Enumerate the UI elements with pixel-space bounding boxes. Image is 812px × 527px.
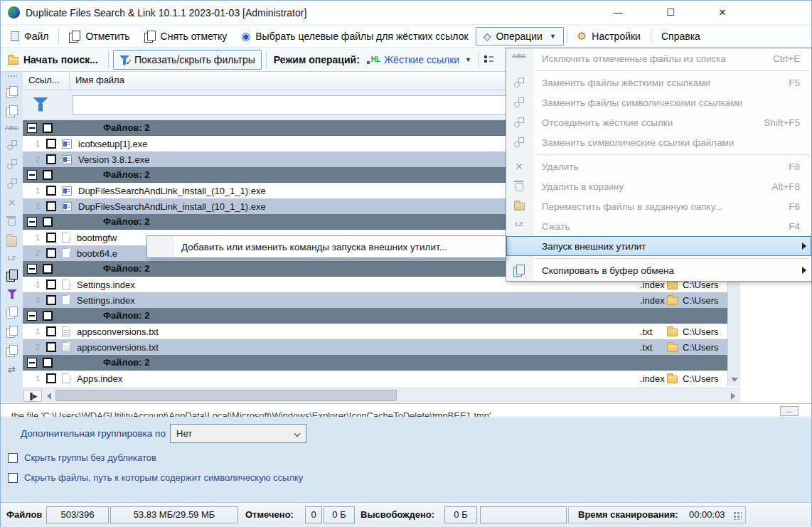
group-header[interactable]: Файлов: 2 [23, 355, 727, 371]
status-spacer [480, 506, 567, 523]
menu-mark[interactable]: ✓ Отметить [62, 27, 137, 46]
remove-group-icon[interactable]: − [6, 105, 18, 117]
menu-settings[interactable]: ⚙ Настройки [570, 27, 648, 46]
group-header[interactable]: Файлов: 2 [23, 308, 727, 324]
scroll-down-icon[interactable] [731, 378, 738, 382]
group-checkbox[interactable] [43, 217, 53, 227]
marked-size: 0 Б [324, 506, 355, 523]
files-count: 503/396 [46, 506, 109, 523]
files-size: 53.83 МБ/29.59 МБ [110, 506, 238, 523]
hide-symlink-files-checkbox[interactable]: Скрыть файлы, путь к которым содержит си… [8, 472, 303, 483]
row-checkbox[interactable] [46, 201, 56, 211]
row-checkbox[interactable] [46, 326, 56, 336]
menu-item-detach-hardlinks: Отсоединить жёсткие ссылки Shift+F5 [506, 112, 811, 132]
stack-b-icon[interactable] [6, 326, 18, 337]
recycle-bin-icon[interactable] [8, 218, 16, 226]
menu-operations[interactable]: ◇ Операции ▼ [476, 27, 564, 46]
checkbox[interactable] [8, 453, 18, 463]
collapse-icon[interactable] [27, 123, 37, 133]
group-stack-icon[interactable] [6, 270, 18, 281]
delete-icon[interactable]: ✕ [8, 197, 16, 208]
stack-c-icon[interactable] [6, 345, 18, 356]
file-icon [11, 31, 19, 41]
collapse-icon[interactable] [27, 264, 37, 274]
menu-file[interactable]: Файл [4, 27, 55, 46]
collapse-icon[interactable] [27, 217, 37, 227]
app-icon [8, 6, 20, 18]
maximize-button[interactable]: ☐ [656, 1, 685, 24]
exe-file-icon [62, 186, 72, 196]
hint-more-button[interactable]: ... [780, 406, 798, 416]
hide-groups-checkbox[interactable]: Скрыть группы без дубликатов [8, 452, 156, 463]
collapse-icon[interactable] [27, 170, 37, 180]
scrollbar-thumb[interactable] [55, 390, 397, 401]
submenu-arrow-icon [802, 267, 806, 274]
row-checkbox[interactable] [46, 233, 56, 243]
stack-a-icon[interactable] [6, 307, 18, 318]
hint-bar: ...the file 'C:\Users\WDAGUtilityAccount… [1, 403, 811, 417]
group-settings-icon[interactable] [484, 55, 493, 65]
folder-icon [667, 376, 678, 383]
menu-help[interactable]: Справка [654, 27, 707, 46]
menu-item-copy-to-clipboard[interactable]: Скопировать в буфер обмена [506, 260, 811, 280]
exe-file-icon [62, 155, 72, 164]
hardlink-icon[interactable] [6, 139, 18, 151]
row-checkbox[interactable] [46, 186, 56, 196]
group-checkbox[interactable] [43, 170, 53, 180]
grouping-select[interactable]: Нет [170, 424, 306, 443]
close-button[interactable]: ✕ [708, 1, 737, 24]
start-search-button[interactable]: Начать поиск... [2, 50, 104, 70]
file-row[interactable]: 1 Apps.index .index C:\Users [23, 371, 727, 386]
filter-funnel-icon[interactable] [33, 97, 48, 112]
menu-select-targets[interactable]: ◉ Выбрать целевые файлы для жёстких ссыл… [234, 27, 475, 46]
filter-purple-icon[interactable] [7, 289, 17, 299]
row-checkbox[interactable] [46, 280, 56, 289]
add-group-icon[interactable]: + [6, 86, 18, 97]
menu-unmark[interactable]: Снять отметку [137, 27, 235, 46]
submenu-item-add-edit-commands[interactable]: Добавить или изменить команды запуска вн… [181, 242, 447, 252]
mode-dropdown[interactable]: HL Жёсткие ссылки ▼ [364, 50, 474, 70]
scroll-left-icon[interactable] [47, 393, 51, 400]
file-row[interactable]: 2 Settings.index .index C:\Users [23, 292, 727, 308]
separator [651, 29, 651, 43]
row-checkbox[interactable] [46, 373, 56, 383]
toggle-filters-button[interactable]: ✓ Показать/скрыть фильтры [113, 50, 262, 70]
unlink-symlink-icon [513, 137, 525, 148]
row-checkbox[interactable] [46, 154, 56, 164]
marked-count: 0 [305, 506, 322, 523]
exclude-marked-icon[interactable]: ABC [5, 124, 19, 132]
scroll-right-icon[interactable] [731, 393, 735, 400]
compress-lz-icon[interactable]: LZ [8, 255, 16, 262]
resize-grip[interactable] [733, 511, 742, 520]
row-checkbox[interactable] [46, 139, 56, 149]
group-checkbox[interactable] [43, 264, 53, 274]
row-checkbox[interactable] [46, 342, 56, 352]
collapse-icon[interactable] [27, 358, 37, 368]
scan-time-label: Время сканирования: [578, 509, 678, 520]
folder-icon [667, 329, 678, 336]
file-row[interactable]: 1 appsconversions.txt .txt C:\Users [23, 324, 727, 339]
menu-item-move-to-folder: Переместить файлы в заданную папку... F6 [506, 196, 811, 216]
horizontal-scrollbar[interactable]: ▐▶ [23, 388, 740, 403]
target-icon: ◉ [241, 30, 250, 43]
scan-time-value: 00:00:03 [689, 509, 725, 520]
splitter-button[interactable]: ▐▶ [23, 390, 42, 402]
symlink-icon[interactable] [6, 159, 18, 170]
swap-boxes-icon[interactable]: ⇄ [8, 364, 16, 375]
group-checkbox[interactable] [43, 123, 53, 133]
collapse-icon[interactable] [27, 311, 37, 321]
freed-label: Высвобождено: [360, 509, 434, 520]
unlink-hardlink-icon[interactable] [6, 178, 18, 189]
column-links[interactable]: Ссыл... [23, 72, 70, 90]
row-checkbox[interactable] [46, 295, 56, 305]
group-checkbox[interactable] [43, 358, 53, 368]
group-checkbox[interactable] [43, 311, 53, 321]
symlink-icon [513, 97, 525, 108]
file-row[interactable]: 2 appsconversions.txt .txt C:\Users [23, 339, 727, 355]
row-checkbox[interactable] [46, 248, 56, 258]
drag-handle[interactable] [7, 75, 17, 78]
checkbox[interactable] [8, 473, 18, 483]
minimize-button[interactable]: — [604, 1, 632, 24]
menu-item-run-external-utils[interactable]: Запуск внешних утилит [506, 236, 811, 256]
move-to-folder-icon[interactable] [6, 236, 17, 247]
